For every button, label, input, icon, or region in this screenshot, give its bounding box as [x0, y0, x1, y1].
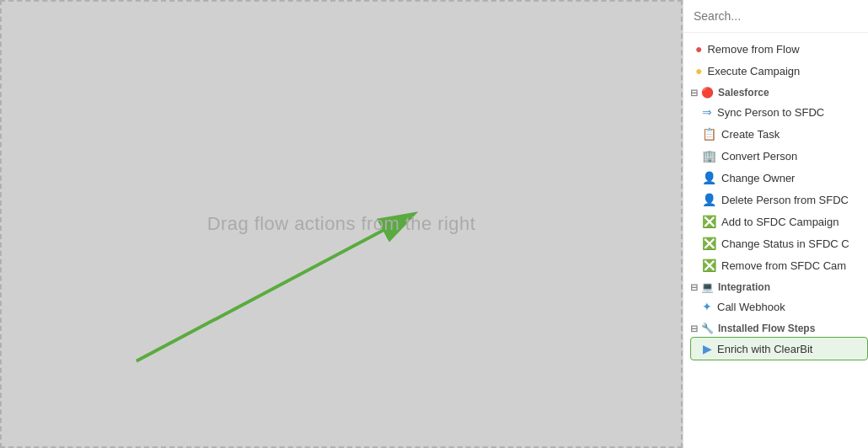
- action-call-webhook[interactable]: ✦Call Webhook: [690, 296, 868, 317]
- section-label-salesforce: Salesforce: [718, 87, 769, 99]
- action-label-enrich-clearbit: Enrich with ClearBit: [717, 343, 812, 355]
- section-icon-salesforce: 🔴: [701, 87, 714, 99]
- change-owner-icon: 👤: [702, 171, 716, 184]
- action-label-change-owner: Change Owner: [721, 172, 795, 184]
- action-remove-from-flow[interactable]: ●Remove from Flow: [683, 38, 868, 60]
- collapse-icon-integration: ⊟: [690, 282, 698, 293]
- section-icon-installed-flow-steps: 🔧: [701, 323, 714, 334]
- action-execute-campaign[interactable]: ●Execute Campaign: [683, 60, 868, 82]
- collapse-icon-salesforce: ⊟: [690, 88, 698, 99]
- collapse-icon-installed-flow-steps: ⊟: [690, 323, 698, 334]
- section-header-salesforce[interactable]: ⊟🔴Salesforce: [683, 82, 868, 101]
- sidebar: ●Remove from Flow●Execute Campaign⊟🔴Sale…: [683, 0, 868, 448]
- action-remove-sfdc[interactable]: ❎Remove from SFDC Cam: [690, 254, 868, 276]
- section-items-installed-flow-steps: ▶Enrich with ClearBit: [683, 337, 868, 360]
- action-label-remove-from-flow: Remove from Flow: [707, 43, 799, 56]
- search-input[interactable]: [694, 9, 858, 23]
- action-label-sync-person: Sync Person to SFDC: [717, 106, 824, 119]
- svg-line-1: [137, 215, 413, 361]
- sync-person-icon: ⇒: [702, 105, 712, 119]
- action-label-create-task: Create Task: [721, 128, 780, 141]
- section-items-integration: ✦Call Webhook: [683, 296, 868, 317]
- section-header-integration[interactable]: ⊟💻Integration: [683, 276, 868, 296]
- action-change-status[interactable]: ❎Change Status in SFDC C: [690, 232, 868, 254]
- action-change-owner[interactable]: 👤Change Owner: [690, 167, 868, 189]
- section-label-installed-flow-steps: Installed Flow Steps: [718, 323, 815, 334]
- action-label-call-webhook: Call Webhook: [717, 301, 785, 313]
- action-convert-person[interactable]: 🏢Convert Person: [690, 145, 868, 167]
- action-delete-person[interactable]: 👤Delete Person from SFDC: [690, 189, 868, 211]
- action-label-convert-person: Convert Person: [721, 150, 797, 163]
- section-items-salesforce: ⇒Sync Person to SFDC📋Create Task🏢Convert…: [683, 101, 868, 276]
- action-label-remove-sfdc: Remove from SFDC Cam: [721, 259, 846, 272]
- section-header-installed-flow-steps[interactable]: ⊟🔧Installed Flow Steps: [683, 317, 868, 337]
- create-task-icon: 📋: [702, 127, 716, 141]
- action-sync-person[interactable]: ⇒Sync Person to SFDC: [690, 101, 868, 123]
- action-label-delete-person: Delete Person from SFDC: [721, 194, 849, 206]
- action-label-execute-campaign: Execute Campaign: [707, 65, 800, 77]
- add-campaign-icon: ❎: [702, 215, 716, 228]
- convert-person-icon: 🏢: [702, 149, 716, 163]
- action-create-task[interactable]: 📋Create Task: [690, 123, 868, 145]
- action-label-change-status: Change Status in SFDC C: [721, 237, 849, 250]
- remove-from-flow-icon: ●: [695, 42, 702, 56]
- call-webhook-icon: ✦: [702, 300, 712, 313]
- remove-sfdc-icon: ❎: [702, 259, 716, 272]
- execute-campaign-icon: ●: [695, 64, 702, 77]
- change-status-icon: ❎: [702, 237, 716, 250]
- section-icon-integration: 💻: [701, 281, 714, 293]
- enrich-clearbit-icon: ▶: [703, 342, 712, 355]
- action-enrich-clearbit[interactable]: ▶Enrich with ClearBit: [690, 337, 868, 360]
- action-add-campaign[interactable]: ❎Add to SFDC Campaign: [690, 211, 868, 232]
- canvas-placeholder: Drag flow actions from the right: [207, 213, 476, 235]
- canvas-area: Drag flow actions from the right: [0, 0, 683, 448]
- delete-person-icon: 👤: [702, 193, 716, 206]
- actions-list: ●Remove from Flow●Execute Campaign⊟🔴Sale…: [683, 33, 868, 448]
- section-label-integration: Integration: [718, 281, 770, 293]
- search-container: [683, 0, 868, 33]
- action-label-add-campaign: Add to SFDC Campaign: [721, 216, 839, 228]
